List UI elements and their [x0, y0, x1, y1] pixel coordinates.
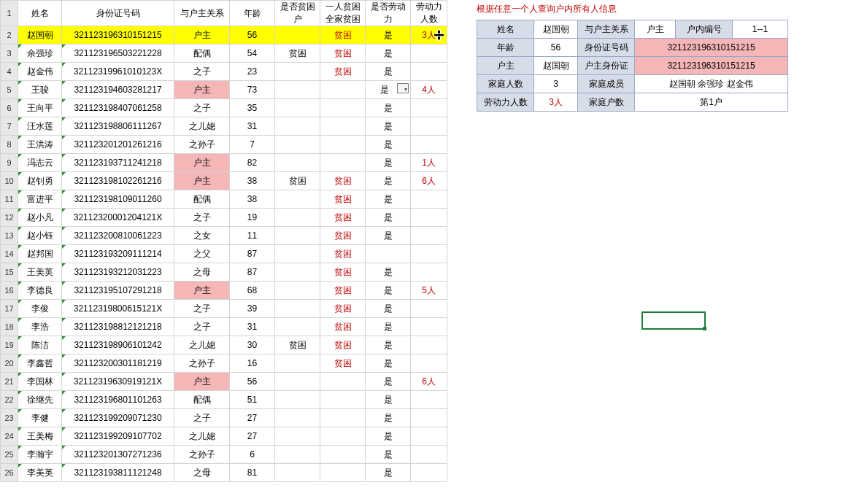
cell[interactable]: 王洪涛 [18, 136, 62, 154]
cell[interactable] [411, 318, 447, 336]
cell[interactable] [320, 446, 366, 464]
col-age[interactable]: 年龄 [230, 1, 275, 26]
cell[interactable]: 李国林 [18, 373, 62, 391]
table-row[interactable]: 6王向平321123198407061258之子35是 [1, 99, 447, 117]
cell[interactable]: 贫困 [275, 172, 320, 190]
cell[interactable]: 73 [230, 81, 275, 99]
cell[interactable]: 23 [230, 63, 275, 81]
table-row[interactable]: 25李瀚宇321123201307271236之孙子6是 [1, 446, 447, 464]
row-header[interactable]: 5 [1, 81, 18, 99]
table-row[interactable]: 18李浩321123198812121218之子31贫困是 [1, 318, 447, 336]
row-header[interactable]: 1 [1, 1, 18, 26]
cell[interactable] [275, 446, 320, 464]
info-value-house-count[interactable]: 第1户 [635, 93, 788, 112]
cell[interactable]: 321123196801101263 [62, 391, 174, 409]
cell[interactable] [411, 446, 447, 464]
smart-tag-icon[interactable] [397, 83, 409, 93]
cell[interactable] [275, 409, 320, 427]
cell[interactable]: 户主 [174, 282, 230, 300]
cell[interactable]: 赵国朝 [18, 26, 62, 44]
row-header[interactable]: 16 [1, 282, 18, 300]
cell[interactable]: 余强珍 [18, 44, 62, 63]
cell[interactable] [320, 154, 366, 172]
cell[interactable]: 68 [230, 282, 275, 300]
table-row[interactable]: 3余强珍321123196503221228配偶54贫困贫困是 [1, 44, 447, 63]
cell[interactable]: 户主 [174, 81, 230, 99]
row-header[interactable]: 24 [1, 427, 18, 446]
cell[interactable]: 户主 [174, 373, 230, 391]
cell[interactable] [366, 245, 411, 263]
cell[interactable]: 87 [230, 245, 275, 263]
cell[interactable] [275, 190, 320, 209]
info-value-head[interactable]: 赵国朝 [534, 57, 578, 75]
cell[interactable]: 是 [366, 354, 411, 373]
cell[interactable]: 7 [230, 136, 275, 154]
cell[interactable]: 贫困 [320, 300, 366, 318]
cell[interactable]: 30 [230, 336, 275, 354]
cell[interactable]: 19 [230, 209, 275, 227]
cell[interactable]: 54 [230, 44, 275, 63]
cell[interactable] [275, 282, 320, 300]
table-row[interactable]: 19陈洁321123198906101242之儿媳30贫困贫困是 [1, 336, 447, 354]
info-table[interactable]: 姓名 赵国朝 与户主关系 户主 户内编号 1--1 年龄 56 身份证号码 32… [477, 20, 788, 112]
cell[interactable] [275, 117, 320, 136]
cell[interactable]: 321123196310151215 [62, 26, 174, 44]
cell[interactable]: 38 [230, 172, 275, 190]
cell[interactable]: 是 [366, 263, 411, 282]
cell[interactable]: 之儿媳 [174, 336, 230, 354]
cell[interactable] [275, 154, 320, 172]
table-row[interactable]: 21李国林32112319630919121X户主56是6人 [1, 373, 447, 391]
cell[interactable]: 李俊 [18, 300, 62, 318]
cell[interactable]: 4人 [411, 81, 447, 99]
cell[interactable] [320, 391, 366, 409]
cell[interactable]: 之孙子 [174, 136, 230, 154]
row-header[interactable]: 14 [1, 245, 18, 263]
cell[interactable]: 是 [366, 190, 411, 209]
cell[interactable]: 321123199209107702 [62, 427, 174, 446]
cell[interactable]: 87 [230, 263, 275, 282]
cell[interactable]: 11 [230, 227, 275, 245]
row-header[interactable]: 7 [1, 117, 18, 136]
cell[interactable]: 赵小凡 [18, 209, 62, 227]
cell[interactable]: 是 [366, 154, 411, 172]
cell[interactable] [275, 81, 320, 99]
cell[interactable]: 徐继先 [18, 391, 62, 409]
cell[interactable]: 贫困 [320, 282, 366, 300]
cell[interactable] [411, 391, 447, 409]
table-row[interactable]: 20李鑫哲321123200301181219之孙子16贫困是 [1, 354, 447, 373]
cell[interactable]: 321123200301181219 [62, 354, 174, 373]
cell[interactable]: 81 [230, 464, 275, 482]
cell[interactable] [275, 136, 320, 154]
cell[interactable]: 贫困 [320, 245, 366, 263]
cell[interactable]: 之子 [174, 209, 230, 227]
cell[interactable]: 321123193209111214 [62, 245, 174, 263]
cell[interactable]: 配偶 [174, 190, 230, 209]
cell[interactable]: 王美英 [18, 263, 62, 282]
cell[interactable]: 321123195107291218 [62, 282, 174, 300]
cell[interactable] [275, 427, 320, 446]
cell[interactable] [320, 409, 366, 427]
cell[interactable]: 3人 [411, 26, 447, 44]
cell[interactable]: 贫困 [320, 63, 366, 81]
col-id[interactable]: 身份证号码 [62, 1, 174, 26]
cell[interactable] [275, 245, 320, 263]
cell[interactable]: 16 [230, 354, 275, 373]
cell[interactable]: 之女 [174, 227, 230, 245]
cell[interactable]: 贫困 [275, 44, 320, 63]
cell[interactable]: 32112320001204121X [62, 209, 174, 227]
info-value-family-count[interactable]: 3 [534, 75, 578, 93]
col-name[interactable]: 姓名 [18, 1, 62, 26]
cell[interactable]: 6人 [411, 373, 447, 391]
cell[interactable] [320, 427, 366, 446]
cell[interactable] [411, 354, 447, 373]
table-row[interactable]: 17李俊32112319800615121X之子39贫困是 [1, 300, 447, 318]
cell[interactable]: 之儿媳 [174, 117, 230, 136]
table-row[interactable]: 16李德良321123195107291218户主68贫困是5人 [1, 282, 447, 300]
row-header[interactable]: 26 [1, 464, 18, 482]
cell[interactable]: 38 [230, 190, 275, 209]
cell[interactable]: 富进平 [18, 190, 62, 209]
row-header[interactable]: 13 [1, 227, 18, 245]
row-header[interactable]: 23 [1, 409, 18, 427]
cell[interactable]: 之子 [174, 300, 230, 318]
cell[interactable]: 李德良 [18, 282, 62, 300]
